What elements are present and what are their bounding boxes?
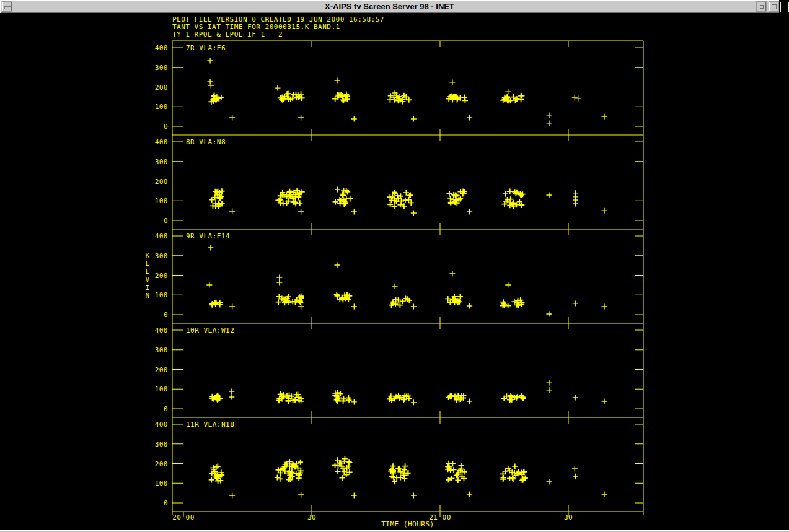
iconify-icon (760, 5, 764, 9)
data-point-plus (392, 283, 398, 289)
data-point-plus (397, 202, 403, 207)
maximize-button[interactable] (769, 1, 779, 12)
panel-label: 7R VLA:E6 (186, 44, 226, 52)
data-point-plus (287, 189, 293, 194)
data-point-plus (411, 210, 417, 216)
data-point-plus (229, 303, 235, 309)
data-point-plus (546, 112, 552, 118)
x-axis-title: TIME (HOURS) (381, 520, 434, 528)
panel-label: 8R VLA:N8 (186, 138, 226, 146)
y-tick-label: 200 (155, 84, 168, 92)
maximize-icon (772, 4, 777, 9)
data-point-plus (276, 279, 282, 285)
data-point-plus (546, 193, 552, 198)
data-point-plus (467, 398, 472, 404)
data-point-plus (546, 479, 552, 485)
y-tick-label: 100 (155, 103, 168, 111)
plot-header-line-3: TY 1 RPOL & LPOL IF 1 - 2 (172, 30, 283, 38)
data-point-plus (291, 92, 296, 97)
data-point-plus (467, 209, 472, 215)
data-point-plus (206, 282, 212, 288)
data-point-plus (229, 209, 235, 214)
data-point-plus (351, 303, 357, 309)
data-point-plus (219, 201, 225, 206)
data-point-plus (411, 492, 417, 498)
data-point-plus (411, 303, 417, 309)
data-point-plus (462, 95, 467, 100)
data-point-plus (546, 312, 552, 317)
data-point-plus (505, 89, 511, 95)
y-tick-label: 0 (164, 499, 168, 507)
data-point-plus (351, 209, 357, 215)
y-axis-title-letter: K (145, 251, 149, 259)
data-point-plus (500, 476, 506, 482)
data-point-plus (449, 271, 455, 276)
data-point-plus (510, 476, 516, 482)
data-point-plus (572, 466, 578, 472)
y-tick-label: 200 (155, 272, 168, 280)
data-point-plus (573, 395, 578, 400)
data-point-plus (342, 456, 348, 461)
y-axis-title-letter: L (145, 268, 149, 276)
data-point-plus (507, 476, 513, 481)
y-tick-label: 400 (155, 421, 168, 429)
x-tick-label: 30 (307, 513, 316, 521)
x-tick-label: 20 00 (172, 513, 195, 521)
data-point-plus (546, 380, 552, 386)
data-point-plus (573, 201, 578, 207)
data-point-plus (275, 85, 280, 91)
y-tick-label: 100 (155, 197, 168, 205)
data-point-plus (347, 196, 353, 201)
data-point-plus (229, 394, 234, 399)
data-point-plus (229, 389, 234, 395)
data-point-plus (449, 79, 455, 85)
tv-screen-canvas[interactable]: PLOT FILE VERSION 0 CREATED 19-JUN-2000 … (0, 14, 789, 531)
y-tick-label: 0 (164, 311, 168, 319)
data-point-plus (209, 477, 214, 482)
data-point-plus (601, 114, 607, 120)
y-axis-title-letter: E (145, 259, 149, 268)
data-point-plus (397, 466, 402, 472)
y-tick-label: 300 (155, 252, 168, 260)
data-point-plus (573, 474, 578, 479)
y-tick-label: 400 (155, 44, 168, 52)
data-point-plus (401, 203, 407, 209)
data-point-plus (402, 476, 407, 482)
data-point-plus (298, 115, 304, 121)
y-axis-title-letter: V (145, 276, 149, 284)
data-point-plus (512, 463, 518, 469)
data-point-plus (406, 97, 412, 103)
data-point-plus (387, 97, 393, 103)
y-tick-label: 200 (155, 460, 168, 468)
data-point-plus (546, 120, 552, 126)
y-tick-label: 0 (164, 405, 168, 413)
data-point-plus (340, 193, 346, 198)
y-tick-label: 100 (155, 291, 168, 299)
data-point-plus (276, 274, 282, 280)
data-point-plus (446, 191, 452, 197)
data-point-plus (275, 475, 280, 481)
xaips-window: X-AIPS tv Screen Server 98 - INET PLOT F… (0, 0, 789, 532)
data-point-plus (208, 82, 214, 88)
y-tick-label: 300 (155, 346, 168, 354)
data-point-plus (601, 492, 607, 497)
y-tick-label: 300 (155, 158, 168, 166)
data-point-plus (519, 93, 525, 98)
data-point-plus (467, 492, 472, 497)
iconify-button[interactable] (756, 1, 767, 12)
y-axis-title-letter: N (145, 292, 149, 300)
data-point-plus (210, 203, 216, 209)
y-tick-label: 400 (155, 232, 168, 240)
y-tick-label: 400 (155, 326, 168, 334)
data-point-plus (505, 282, 511, 288)
titlebar[interactable]: X-AIPS tv Screen Server 98 - INET (0, 0, 779, 14)
window-title: X-AIPS tv Screen Server 98 - INET (0, 0, 779, 13)
y-tick-label: 200 (155, 366, 168, 374)
panel-label: 11R VLA:N18 (186, 421, 234, 429)
data-point-plus (399, 198, 404, 204)
data-point-plus (229, 115, 235, 121)
resize-corner[interactable] (780, 2, 789, 12)
y-tick-label: 300 (155, 64, 168, 72)
panel-label: 10R VLA:W12 (186, 326, 234, 334)
y-tick-label: 200 (155, 178, 168, 186)
